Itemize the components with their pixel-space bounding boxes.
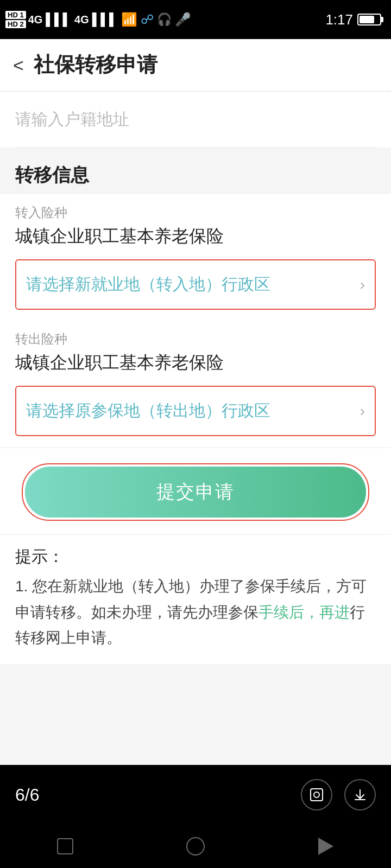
tips-highlight: 手续后，再进: [258, 604, 350, 621]
nav-back-button[interactable]: [310, 830, 342, 863]
tips-content: 1. 您在新就业地（转入地）办理了参保手续后，方可申请转移。如未办理，请先办理参…: [15, 573, 376, 651]
tips-title: 提示：: [15, 546, 376, 568]
app-content: < 社保转移申请 请输入户籍地址 转移信息 转入险种 城镇企业职工基本养老保险 …: [0, 39, 391, 765]
transfer-out-region-arrow-icon: ›: [360, 403, 365, 420]
network-4g2-icon: 4G: [74, 14, 89, 26]
page-title: 社保转移申请: [34, 51, 157, 79]
transfer-in-label: 转入险种: [15, 204, 376, 221]
status-right: 1:17: [325, 11, 381, 28]
home-icon: [186, 837, 205, 856]
hd1-label: HD 1: [5, 11, 26, 19]
bottom-icons: [301, 779, 376, 810]
app-header: < 社保转移申请: [0, 39, 391, 91]
wifi-icon: 📶: [121, 12, 137, 27]
transfer-in-region-arrow-icon: ›: [360, 276, 365, 293]
submit-btn-wrapper: 提交申请: [22, 463, 369, 521]
signal-bars-icon: ▌▌▌: [46, 12, 71, 27]
download-icon[interactable]: [344, 779, 376, 810]
transfer-in-value: 城镇企业职工基本养老保险: [15, 225, 376, 248]
page-indicator: 6/6: [15, 785, 39, 805]
transfer-out-region-text: 请选择原参保地（转出地）行政区: [26, 400, 270, 422]
status-left: HD 1 HD 2 4G ▌▌▌ 4G ▌▌▌ 📶 ☍ 🎧 🎤: [5, 11, 191, 28]
signal-icons: 4G ▌▌▌ 4G ▌▌▌ 📶 ☍ 🎧 🎤: [28, 12, 191, 27]
transfer-in-region-selector[interactable]: 请选择新就业地（转入地）行政区 ›: [15, 259, 376, 310]
svg-rect-0: [311, 789, 323, 801]
screen-cast-icon: ☍: [141, 12, 154, 27]
transfer-out-type-row: 转出险种 城镇企业职工基本养老保险: [15, 321, 376, 378]
screenshot-icon[interactable]: [301, 779, 332, 810]
transfer-out-value: 城镇企业职工基本养老保险: [15, 351, 376, 375]
submit-area: 提交申请: [0, 448, 391, 534]
nav-recent-button[interactable]: [49, 830, 81, 863]
transfer-in-region-text: 请选择新就业地（转入地）行政区: [26, 273, 270, 296]
bottom-bar: 6/6: [0, 765, 391, 825]
headset-icon: 🎧: [157, 12, 172, 27]
back-button[interactable]: <: [13, 56, 24, 74]
battery-icon: [357, 14, 381, 25]
hometown-field: 请输入户籍地址: [15, 92, 376, 148]
transfer-out-label: 转出险种: [15, 330, 376, 348]
svg-point-1: [314, 792, 319, 797]
transfer-out-region-selector[interactable]: 请选择原参保地（转出地）行政区 ›: [15, 386, 376, 436]
time-display: 1:17: [325, 11, 353, 28]
transfer-info-card: 转入险种 城镇企业职工基本养老保险 请选择新就业地（转入地）行政区 › 转出险种…: [0, 194, 391, 447]
recent-apps-icon: [57, 838, 73, 854]
hometown-field-area: 请输入户籍地址: [0, 92, 391, 148]
back-icon: [318, 838, 333, 855]
section-title: 转移信息: [0, 148, 391, 193]
tips-area: 提示： 1. 您在新就业地（转入地）办理了参保手续后，方可申请转移。如未办理，请…: [0, 535, 391, 664]
network-4g-icon: 4G: [28, 14, 43, 26]
signal-bars2-icon: ▌▌▌: [92, 12, 118, 27]
hd2-label: HD 2: [5, 20, 26, 28]
mic-icon: 🎤: [175, 12, 191, 27]
android-nav: [0, 825, 391, 868]
submit-button[interactable]: 提交申请: [25, 467, 366, 518]
battery-fill: [360, 16, 374, 23]
hd-badge: HD 1 HD 2: [5, 11, 26, 28]
transfer-in-type-row: 转入险种 城镇企业职工基本养老保险: [15, 194, 376, 252]
status-bar: HD 1 HD 2 4G ▌▌▌ 4G ▌▌▌ 📶 ☍ 🎧 🎤 1:17: [0, 0, 391, 39]
hometown-placeholder[interactable]: 请输入户籍地址: [15, 103, 376, 136]
nav-home-button[interactable]: [179, 830, 212, 863]
